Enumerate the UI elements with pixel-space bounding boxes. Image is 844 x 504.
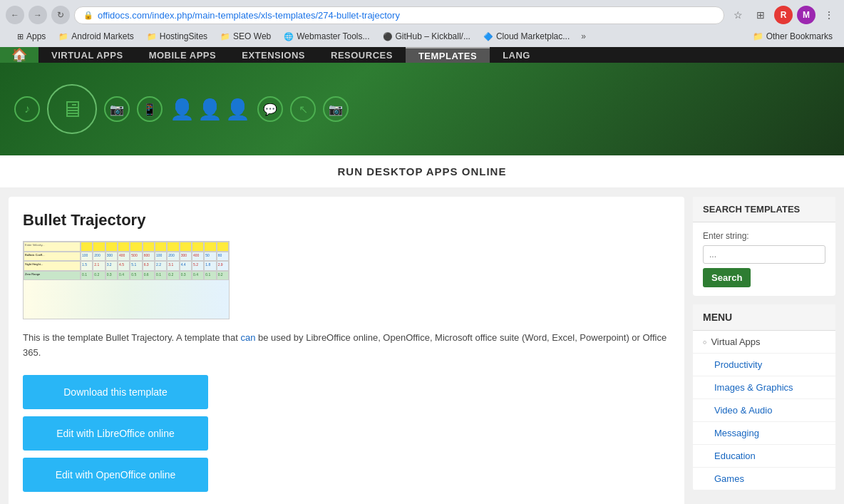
bookmark-github[interactable]: ⚫ GitHub – Kickball/... (377, 30, 476, 43)
cell-h7 (155, 242, 167, 252)
menu-item-images[interactable]: Images & Graphics (693, 376, 835, 399)
hosting-bookmark-icon: 📁 (147, 32, 157, 41)
cell-c2: 2.1 (93, 261, 105, 271)
cell-c7: 2.2 (155, 261, 167, 271)
menu-item-video[interactable]: Video & Audio (693, 399, 835, 422)
refresh-button[interactable]: ↻ (51, 6, 70, 24)
cell-c4: 4.5 (118, 261, 130, 271)
profile-button-1[interactable]: R (774, 6, 793, 24)
cell-h12 (217, 242, 229, 252)
cell-g9: 0.2 (167, 271, 179, 281)
nav-virtual-apps[interactable]: VIRTUAL APPS (38, 47, 136, 63)
person-icon-1: 👤 (170, 98, 195, 121)
search-button[interactable]: Search (703, 268, 751, 287)
cell-b6: 50 (204, 252, 216, 262)
menu-item-messaging[interactable]: Messaging (693, 422, 835, 445)
hero-people: 👤 👤 👤 (170, 98, 250, 121)
cell-g4: 0.3 (106, 271, 118, 281)
address-bar[interactable]: 🔒 offidocs.com/index.php/main-templates/… (74, 6, 724, 24)
cell-g6: 0.5 (130, 271, 142, 281)
cell-c10: 5.2 (192, 261, 204, 271)
hero-mobile-icon: 📱 (137, 96, 163, 122)
extensions-button[interactable]: ⊞ (751, 6, 770, 24)
profile-button-2[interactable]: M (797, 6, 815, 24)
menu-item-games[interactable]: Games (693, 468, 835, 490)
cell-lp3: Sight Height... (24, 261, 81, 271)
cell-b4: 100 (155, 252, 167, 262)
edit-open-button[interactable]: Edit with OpenOffice online (23, 458, 208, 492)
hero-chat-icon: 💬 (257, 96, 283, 122)
cell-r5: 400 (192, 252, 204, 262)
bookmark-cloud[interactable]: 🔷 Cloud Marketplac... (478, 30, 575, 43)
hero-music-icon: ♪ (14, 96, 40, 122)
cell-b7: 60 (217, 252, 229, 262)
hero-banner: ♪ 🖥 📷 📱 👤 👤 👤 💬 ↖ 📷 (0, 63, 844, 155)
other-bookmarks[interactable]: 📁 Other Bookmarks (753, 31, 833, 41)
cell-r2: 500 (130, 252, 142, 262)
cell-lp1: Enter Velocity... (24, 242, 81, 252)
highlight-text: can (240, 332, 255, 343)
search-content: Enter string: Search (693, 222, 835, 296)
spreadsheet-grid: Enter Velocity... Ballistic Coeff... (24, 242, 229, 319)
bookmark-webmaster[interactable]: 🌐 Webmaster Tools... (278, 30, 375, 43)
page-header: RUN DESKTOP APPS ONLINE (0, 155, 844, 188)
content-area: Bullet Trajectory Enter Velocity... (0, 188, 844, 504)
cell-b1: 100 (81, 252, 93, 262)
cell-c5: 5.1 (130, 261, 142, 271)
bookmark-seo[interactable]: 📁 SEO Web (215, 30, 277, 43)
cell-h10 (192, 242, 204, 252)
bookmarks-more-button[interactable]: » (577, 30, 590, 43)
forward-button[interactable]: → (29, 6, 47, 24)
cloud-bookmark-icon: 🔷 (483, 32, 493, 41)
search-section-title: SEARCH TEMPLATES (693, 197, 835, 222)
description: This is the template Bullet Trajectory. … (23, 331, 670, 361)
cell-g10: 0.3 (180, 271, 192, 281)
search-input[interactable] (703, 245, 825, 264)
menu-item-productivity[interactable]: Productivity (693, 354, 835, 376)
cell-g7: 0.6 (143, 271, 155, 281)
cell-c12: 2.9 (217, 261, 229, 271)
cell-c3: 3.2 (106, 261, 118, 271)
star-button[interactable]: ☆ (729, 6, 747, 24)
bookmark-hosting[interactable]: 📁 HostingSites (141, 30, 213, 43)
back-button[interactable]: ← (6, 6, 24, 24)
site-nav: 🏠 VIRTUAL APPS MOBILE APPS EXTENSIONS RE… (0, 47, 844, 63)
cell-b2: 200 (93, 252, 105, 262)
cell-h8 (167, 242, 179, 252)
bookmark-apps[interactable]: ⊞ Apps (11, 30, 51, 43)
nav-templates[interactable]: TEMPLATES (406, 47, 490, 63)
menu-title: MENU (693, 304, 835, 331)
bookmark-android[interactable]: 📁 Android Markets (53, 30, 139, 43)
bookmarks-bar: ⊞ Apps 📁 Android Markets 📁 HostingSites … (6, 29, 838, 47)
edit-libre-button[interactable]: Edit with LibreOffice online (23, 416, 208, 451)
nav-resources[interactable]: RESOURCES (318, 47, 406, 63)
github-bookmark-icon: ⚫ (383, 32, 393, 41)
cell-g5: 0.4 (118, 271, 130, 281)
cell-g11: 0.4 (192, 271, 204, 281)
page-title: Bullet Trajectory (23, 211, 670, 230)
cell-r1: 400 (118, 252, 130, 262)
search-label: Enter string: (703, 231, 825, 241)
apps-bookmark-icon: ⊞ (17, 32, 24, 41)
home-button[interactable]: 🏠 (0, 47, 38, 63)
cell-c6: 6.3 (143, 261, 155, 271)
cell-h9 (180, 242, 192, 252)
main-content: Bullet Trajectory Enter Velocity... (9, 197, 684, 504)
person-icon-2: 👤 (197, 98, 222, 121)
nav-lang[interactable]: LANG (490, 47, 543, 63)
download-button[interactable]: Download this template (23, 375, 208, 409)
menu-section: MENU Virtual Apps Productivity Images & … (693, 304, 835, 490)
more-button[interactable]: ⋮ (820, 6, 838, 24)
cell-lp2: Ballistic Coeff... (24, 252, 81, 262)
search-input-wrap: Search (703, 245, 825, 287)
hero-camera-icon: 📷 (323, 96, 349, 122)
nav-mobile-apps[interactable]: MOBILE APPS (136, 47, 230, 63)
cell-g1: Zero Range (24, 271, 81, 281)
hero-photo-icon: 📷 (104, 96, 130, 122)
menu-item-education[interactable]: Education (693, 445, 835, 468)
cell-r4: 300 (180, 252, 192, 262)
menu-item-virtual-apps[interactable]: Virtual Apps (693, 331, 835, 354)
cell-c1: 1.5 (81, 261, 93, 271)
menu-list: Virtual Apps Productivity Images & Graph… (693, 331, 835, 490)
nav-extensions[interactable]: EXTENSIONS (229, 47, 318, 63)
